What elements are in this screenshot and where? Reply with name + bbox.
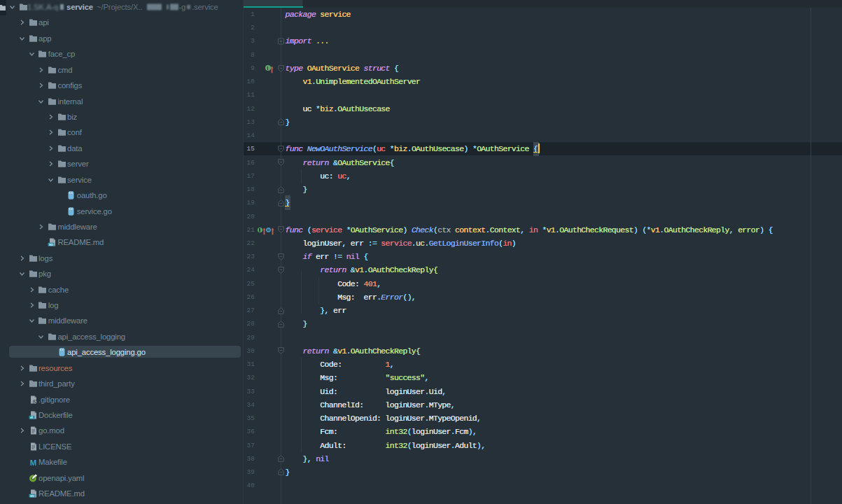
svg-text:M: M [29, 458, 36, 467]
svg-text:MD: MD [30, 494, 34, 498]
svg-text:MD: MD [49, 243, 53, 246]
